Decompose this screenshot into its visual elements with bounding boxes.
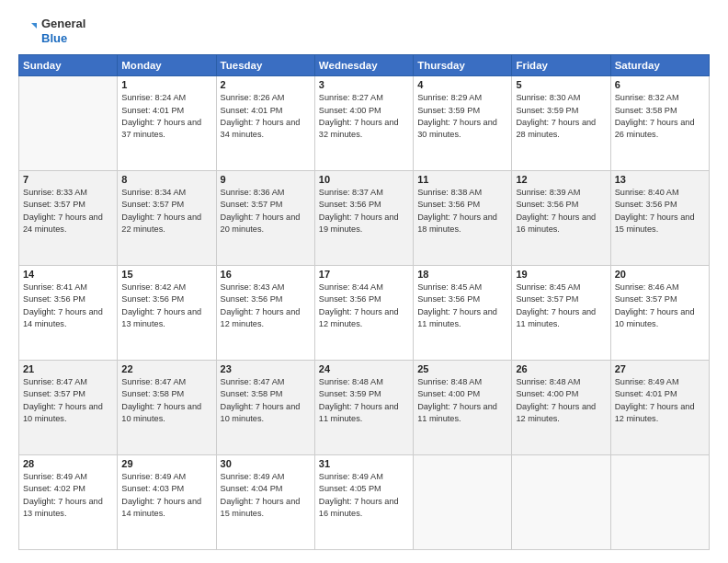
- calendar-week-row: 14Sunrise: 8:41 AMSunset: 3:56 PMDayligh…: [19, 266, 710, 361]
- day-number: 3: [319, 79, 409, 90]
- day-number: 27: [615, 363, 705, 374]
- logo: General Blue: [18, 17, 85, 45]
- day-number: 26: [516, 363, 606, 374]
- calendar-day-cell: 30Sunrise: 8:49 AMSunset: 4:04 PMDayligh…: [216, 455, 314, 550]
- day-number: 19: [516, 269, 606, 280]
- day-number: 28: [23, 458, 113, 469]
- day-info: Sunrise: 8:34 AMSunset: 3:57 PMDaylight:…: [121, 187, 211, 236]
- calendar-day-cell: 20Sunrise: 8:46 AMSunset: 3:57 PMDayligh…: [610, 266, 709, 361]
- calendar-day-cell: 7Sunrise: 8:33 AMSunset: 3:57 PMDaylight…: [19, 171, 118, 266]
- calendar-day-cell: 24Sunrise: 8:48 AMSunset: 3:59 PMDayligh…: [314, 361, 413, 455]
- calendar-day-cell: 18Sunrise: 8:45 AMSunset: 3:56 PMDayligh…: [414, 266, 512, 361]
- calendar-day-cell: [512, 455, 610, 550]
- day-info: Sunrise: 8:26 AMSunset: 4:01 PMDaylight:…: [221, 92, 311, 141]
- day-info: Sunrise: 8:32 AMSunset: 3:58 PMDaylight:…: [615, 92, 705, 141]
- day-info: Sunrise: 8:47 AMSunset: 3:58 PMDaylight:…: [221, 376, 311, 425]
- day-info: Sunrise: 8:47 AMSunset: 3:58 PMDaylight:…: [121, 376, 211, 425]
- calendar-day-cell: 14Sunrise: 8:41 AMSunset: 3:56 PMDayligh…: [19, 266, 118, 361]
- calendar-day-cell: 11Sunrise: 8:38 AMSunset: 3:56 PMDayligh…: [414, 171, 512, 266]
- day-info: Sunrise: 8:44 AMSunset: 3:56 PMDaylight:…: [319, 282, 409, 330]
- day-info: Sunrise: 8:48 AMSunset: 4:00 PMDaylight:…: [516, 376, 606, 425]
- day-number: 23: [221, 363, 311, 374]
- calendar-day-cell: [610, 455, 709, 550]
- calendar-day-cell: 27Sunrise: 8:49 AMSunset: 4:01 PMDayligh…: [610, 361, 709, 455]
- calendar-day-cell: 5Sunrise: 8:30 AMSunset: 3:59 PMDaylight…: [512, 76, 610, 171]
- day-number: 5: [516, 79, 606, 90]
- day-number: 29: [121, 458, 211, 469]
- day-info: Sunrise: 8:36 AMSunset: 3:57 PMDaylight:…: [221, 187, 311, 236]
- weekday-header: Sunday: [19, 55, 118, 76]
- calendar-day-cell: 4Sunrise: 8:29 AMSunset: 3:59 PMDaylight…: [414, 76, 512, 171]
- day-number: 14: [23, 269, 113, 280]
- calendar-day-cell: 8Sunrise: 8:34 AMSunset: 3:57 PMDaylight…: [118, 171, 216, 266]
- day-number: 25: [417, 363, 507, 374]
- day-number: 13: [615, 174, 705, 185]
- day-number: 10: [319, 174, 409, 185]
- day-number: 2: [221, 79, 311, 90]
- logo-general: General: [41, 17, 85, 31]
- day-info: Sunrise: 8:49 AMSunset: 4:05 PMDaylight:…: [319, 471, 409, 520]
- calendar-day-cell: 25Sunrise: 8:48 AMSunset: 4:00 PMDayligh…: [414, 361, 512, 455]
- day-number: 17: [319, 269, 409, 280]
- day-number: 30: [221, 458, 311, 469]
- calendar-table: SundayMondayTuesdayWednesdayThursdayFrid…: [18, 54, 710, 550]
- day-number: 6: [615, 79, 705, 90]
- day-number: 18: [417, 269, 507, 280]
- calendar-day-cell: [19, 76, 118, 171]
- svg-marker-0: [31, 23, 37, 29]
- calendar-day-cell: 15Sunrise: 8:42 AMSunset: 3:56 PMDayligh…: [118, 266, 216, 361]
- day-number: 16: [221, 269, 311, 280]
- weekday-header: Monday: [118, 55, 216, 76]
- calendar-day-cell: 29Sunrise: 8:49 AMSunset: 4:03 PMDayligh…: [118, 455, 216, 550]
- day-number: 9: [221, 174, 311, 185]
- day-number: 22: [121, 363, 211, 374]
- day-info: Sunrise: 8:46 AMSunset: 3:57 PMDaylight:…: [615, 282, 705, 330]
- day-info: Sunrise: 8:27 AMSunset: 4:00 PMDaylight:…: [319, 92, 409, 141]
- day-info: Sunrise: 8:24 AMSunset: 4:01 PMDaylight:…: [121, 92, 211, 141]
- svg-rect-1: [20, 23, 31, 34]
- calendar-week-row: 28Sunrise: 8:49 AMSunset: 4:02 PMDayligh…: [19, 455, 710, 550]
- day-info: Sunrise: 8:41 AMSunset: 3:56 PMDaylight:…: [23, 282, 113, 330]
- calendar-day-cell: 1Sunrise: 8:24 AMSunset: 4:01 PMDaylight…: [118, 76, 216, 171]
- calendar-day-cell: 9Sunrise: 8:36 AMSunset: 3:57 PMDaylight…: [216, 171, 314, 266]
- calendar-day-cell: 21Sunrise: 8:47 AMSunset: 3:57 PMDayligh…: [19, 361, 118, 455]
- day-number: 20: [615, 269, 705, 280]
- day-number: 12: [516, 174, 606, 185]
- day-number: 1: [121, 79, 211, 90]
- day-info: Sunrise: 8:42 AMSunset: 3:56 PMDaylight:…: [121, 282, 211, 330]
- day-info: Sunrise: 8:39 AMSunset: 3:56 PMDaylight:…: [516, 187, 606, 236]
- day-info: Sunrise: 8:48 AMSunset: 4:00 PMDaylight:…: [417, 376, 507, 425]
- calendar-day-cell: 17Sunrise: 8:44 AMSunset: 3:56 PMDayligh…: [314, 266, 413, 361]
- day-number: 11: [417, 174, 507, 185]
- weekday-header: Tuesday: [216, 55, 314, 76]
- day-info: Sunrise: 8:47 AMSunset: 3:57 PMDaylight:…: [23, 376, 113, 425]
- logo-text: General Blue: [41, 17, 85, 45]
- day-info: Sunrise: 8:49 AMSunset: 4:01 PMDaylight:…: [615, 376, 705, 425]
- calendar-day-cell: 31Sunrise: 8:49 AMSunset: 4:05 PMDayligh…: [314, 455, 413, 550]
- day-info: Sunrise: 8:37 AMSunset: 3:56 PMDaylight:…: [319, 187, 409, 236]
- day-number: 31: [319, 458, 409, 469]
- calendar-day-cell: 2Sunrise: 8:26 AMSunset: 4:01 PMDaylight…: [216, 76, 314, 171]
- calendar-week-row: 1Sunrise: 8:24 AMSunset: 4:01 PMDaylight…: [19, 76, 710, 171]
- day-info: Sunrise: 8:33 AMSunset: 3:57 PMDaylight:…: [23, 187, 113, 236]
- weekday-header: Friday: [512, 55, 610, 76]
- calendar-day-cell: 12Sunrise: 8:39 AMSunset: 3:56 PMDayligh…: [512, 171, 610, 266]
- calendar-day-cell: [414, 455, 512, 550]
- calendar-day-cell: 13Sunrise: 8:40 AMSunset: 3:56 PMDayligh…: [610, 171, 709, 266]
- weekday-header: Wednesday: [314, 55, 413, 76]
- day-number: 7: [23, 174, 113, 185]
- day-info: Sunrise: 8:40 AMSunset: 3:56 PMDaylight:…: [615, 187, 705, 236]
- calendar-day-cell: 10Sunrise: 8:37 AMSunset: 3:56 PMDayligh…: [314, 171, 413, 266]
- day-info: Sunrise: 8:49 AMSunset: 4:04 PMDaylight:…: [221, 471, 311, 520]
- calendar-day-cell: 3Sunrise: 8:27 AMSunset: 4:00 PMDaylight…: [314, 76, 413, 171]
- day-number: 15: [121, 269, 211, 280]
- weekday-header: Thursday: [414, 55, 512, 76]
- page: General Blue SundayMondayTuesdayWednesda…: [0, 0, 728, 563]
- calendar-day-cell: 28Sunrise: 8:49 AMSunset: 4:02 PMDayligh…: [19, 455, 118, 550]
- header: General Blue: [18, 17, 710, 45]
- calendar-day-cell: 6Sunrise: 8:32 AMSunset: 3:58 PMDaylight…: [610, 76, 709, 171]
- day-number: 24: [319, 363, 409, 374]
- logo-blue: Blue: [41, 31, 85, 46]
- day-number: 4: [417, 79, 507, 90]
- day-info: Sunrise: 8:45 AMSunset: 3:56 PMDaylight:…: [417, 282, 507, 330]
